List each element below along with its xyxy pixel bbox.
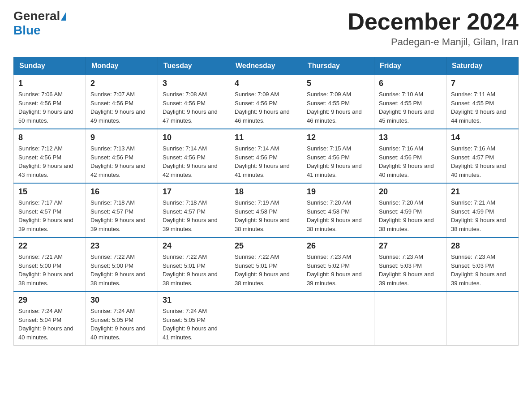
calendar-header-friday: Friday — [374, 57, 446, 75]
calendar-header-saturday: Saturday — [446, 57, 519, 75]
day-info: Sunrise: 7:16 AMSunset: 4:56 PMDaylight:… — [379, 144, 442, 179]
day-number: 5 — [307, 79, 369, 88]
day-info: Sunrise: 7:22 AMSunset: 5:01 PMDaylight:… — [163, 253, 225, 287]
day-number: 23 — [90, 241, 153, 251]
day-info: Sunrise: 7:11 AMSunset: 4:55 PMDaylight:… — [451, 90, 514, 125]
calendar-cell: 18Sunrise: 7:19 AMSunset: 4:58 PMDayligh… — [230, 183, 302, 237]
calendar-cell: 3Sunrise: 7:08 AMSunset: 4:56 PMDaylight… — [158, 75, 230, 129]
calendar-cell — [446, 291, 519, 346]
day-number: 7 — [451, 79, 514, 88]
calendar-header-wednesday: Wednesday — [230, 57, 302, 75]
day-info: Sunrise: 7:23 AMSunset: 5:02 PMDaylight:… — [307, 253, 369, 287]
calendar-cell: 14Sunrise: 7:16 AMSunset: 4:57 PMDayligh… — [446, 129, 519, 183]
day-info: Sunrise: 7:19 AMSunset: 4:58 PMDaylight:… — [235, 198, 297, 233]
day-number: 24 — [163, 241, 225, 251]
day-number: 9 — [90, 133, 153, 142]
day-info: Sunrise: 7:06 AMSunset: 4:56 PMDaylight:… — [18, 90, 81, 125]
calendar-header-monday: Monday — [86, 57, 158, 75]
calendar-cell: 17Sunrise: 7:18 AMSunset: 4:57 PMDayligh… — [158, 183, 230, 237]
day-info: Sunrise: 7:16 AMSunset: 4:57 PMDaylight:… — [451, 144, 514, 179]
logo-triangle-icon — [61, 12, 66, 21]
logo-blue-text: Blue — [13, 23, 41, 37]
calendar-cell: 28Sunrise: 7:23 AMSunset: 5:03 PMDayligh… — [446, 237, 519, 291]
calendar-week-row: 1Sunrise: 7:06 AMSunset: 4:56 PMDaylight… — [14, 75, 519, 129]
day-number: 6 — [379, 79, 442, 88]
day-number: 31 — [163, 295, 225, 305]
day-number: 12 — [307, 133, 369, 142]
day-info: Sunrise: 7:12 AMSunset: 4:56 PMDaylight:… — [18, 144, 81, 179]
calendar-week-row: 22Sunrise: 7:21 AMSunset: 5:00 PMDayligh… — [14, 237, 519, 291]
day-number: 15 — [18, 187, 81, 197]
calendar-cell: 21Sunrise: 7:21 AMSunset: 4:59 PMDayligh… — [446, 183, 519, 237]
calendar-week-row: 8Sunrise: 7:12 AMSunset: 4:56 PMDaylight… — [14, 129, 519, 183]
logo-general-text: General — [13, 9, 60, 23]
calendar-cell: 25Sunrise: 7:22 AMSunset: 5:01 PMDayligh… — [230, 237, 302, 291]
day-number: 19 — [307, 187, 369, 197]
day-info: Sunrise: 7:09 AMSunset: 4:56 PMDaylight:… — [235, 90, 297, 125]
calendar-cell: 23Sunrise: 7:22 AMSunset: 5:00 PMDayligh… — [86, 237, 158, 291]
day-number: 14 — [451, 133, 514, 142]
day-info: Sunrise: 7:24 AMSunset: 5:04 PMDaylight:… — [18, 307, 81, 342]
calendar-cell: 31Sunrise: 7:24 AMSunset: 5:05 PMDayligh… — [158, 291, 230, 346]
calendar-cell: 11Sunrise: 7:14 AMSunset: 4:56 PMDayligh… — [230, 129, 302, 183]
day-number: 28 — [451, 241, 514, 251]
location-title: Padegan-e Manjil, Gilan, Iran — [348, 36, 519, 48]
calendar-cell: 16Sunrise: 7:18 AMSunset: 4:57 PMDayligh… — [86, 183, 158, 237]
calendar-cell: 30Sunrise: 7:24 AMSunset: 5:05 PMDayligh… — [86, 291, 158, 346]
day-number: 13 — [379, 133, 442, 142]
calendar-cell: 4Sunrise: 7:09 AMSunset: 4:56 PMDaylight… — [230, 75, 302, 129]
day-number: 27 — [379, 241, 442, 251]
day-number: 11 — [235, 133, 297, 142]
calendar-cell — [302, 291, 374, 346]
page-header: General Blue December 2024 Padegan-e Man… — [13, 9, 519, 48]
day-number: 1 — [18, 79, 81, 88]
calendar-week-row: 29Sunrise: 7:24 AMSunset: 5:04 PMDayligh… — [14, 291, 519, 346]
title-block: December 2024 Padegan-e Manjil, Gilan, I… — [348, 9, 519, 48]
day-info: Sunrise: 7:24 AMSunset: 5:05 PMDaylight:… — [163, 307, 225, 342]
day-info: Sunrise: 7:15 AMSunset: 4:56 PMDaylight:… — [307, 144, 369, 179]
calendar-table: SundayMondayTuesdayWednesdayThursdayFrid… — [13, 57, 519, 346]
calendar-cell: 9Sunrise: 7:13 AMSunset: 4:56 PMDaylight… — [86, 129, 158, 183]
day-number: 30 — [90, 295, 153, 305]
day-number: 2 — [90, 79, 153, 88]
day-info: Sunrise: 7:18 AMSunset: 4:57 PMDaylight:… — [90, 198, 153, 233]
calendar-cell: 26Sunrise: 7:23 AMSunset: 5:02 PMDayligh… — [302, 237, 374, 291]
calendar-cell: 7Sunrise: 7:11 AMSunset: 4:55 PMDaylight… — [446, 75, 519, 129]
day-info: Sunrise: 7:13 AMSunset: 4:56 PMDaylight:… — [90, 144, 153, 179]
day-info: Sunrise: 7:18 AMSunset: 4:57 PMDaylight:… — [163, 198, 225, 233]
day-number: 18 — [235, 187, 297, 197]
calendar-week-row: 15Sunrise: 7:17 AMSunset: 4:57 PMDayligh… — [14, 183, 519, 237]
day-info: Sunrise: 7:22 AMSunset: 5:01 PMDaylight:… — [235, 253, 297, 287]
calendar-cell: 19Sunrise: 7:20 AMSunset: 4:58 PMDayligh… — [302, 183, 374, 237]
day-number: 26 — [307, 241, 369, 251]
day-number: 25 — [235, 241, 297, 251]
calendar-cell: 22Sunrise: 7:21 AMSunset: 5:00 PMDayligh… — [14, 237, 86, 291]
calendar-cell: 29Sunrise: 7:24 AMSunset: 5:04 PMDayligh… — [14, 291, 86, 346]
day-number: 20 — [379, 187, 442, 197]
calendar-cell: 10Sunrise: 7:14 AMSunset: 4:56 PMDayligh… — [158, 129, 230, 183]
day-number: 17 — [163, 187, 225, 197]
day-info: Sunrise: 7:17 AMSunset: 4:57 PMDaylight:… — [18, 198, 81, 233]
day-number: 29 — [18, 295, 81, 305]
calendar-cell: 24Sunrise: 7:22 AMSunset: 5:01 PMDayligh… — [158, 237, 230, 291]
calendar-cell: 12Sunrise: 7:15 AMSunset: 4:56 PMDayligh… — [302, 129, 374, 183]
calendar-cell: 13Sunrise: 7:16 AMSunset: 4:56 PMDayligh… — [374, 129, 446, 183]
day-number: 10 — [163, 133, 225, 142]
day-info: Sunrise: 7:08 AMSunset: 4:56 PMDaylight:… — [163, 90, 225, 125]
day-number: 8 — [18, 133, 81, 142]
day-number: 3 — [163, 79, 225, 88]
calendar-header-thursday: Thursday — [302, 57, 374, 75]
day-number: 21 — [451, 187, 514, 197]
calendar-cell: 5Sunrise: 7:09 AMSunset: 4:55 PMDaylight… — [302, 75, 374, 129]
month-title: December 2024 — [348, 9, 519, 34]
calendar-cell: 15Sunrise: 7:17 AMSunset: 4:57 PMDayligh… — [14, 183, 86, 237]
day-info: Sunrise: 7:20 AMSunset: 4:59 PMDaylight:… — [379, 198, 442, 233]
calendar-cell — [374, 291, 446, 346]
calendar-cell: 20Sunrise: 7:20 AMSunset: 4:59 PMDayligh… — [374, 183, 446, 237]
logo: General Blue — [13, 9, 67, 38]
calendar-cell: 6Sunrise: 7:10 AMSunset: 4:55 PMDaylight… — [374, 75, 446, 129]
calendar-cell: 27Sunrise: 7:23 AMSunset: 5:03 PMDayligh… — [374, 237, 446, 291]
calendar-cell: 8Sunrise: 7:12 AMSunset: 4:56 PMDaylight… — [14, 129, 86, 183]
day-info: Sunrise: 7:20 AMSunset: 4:58 PMDaylight:… — [307, 198, 369, 233]
calendar-header-tuesday: Tuesday — [158, 57, 230, 75]
